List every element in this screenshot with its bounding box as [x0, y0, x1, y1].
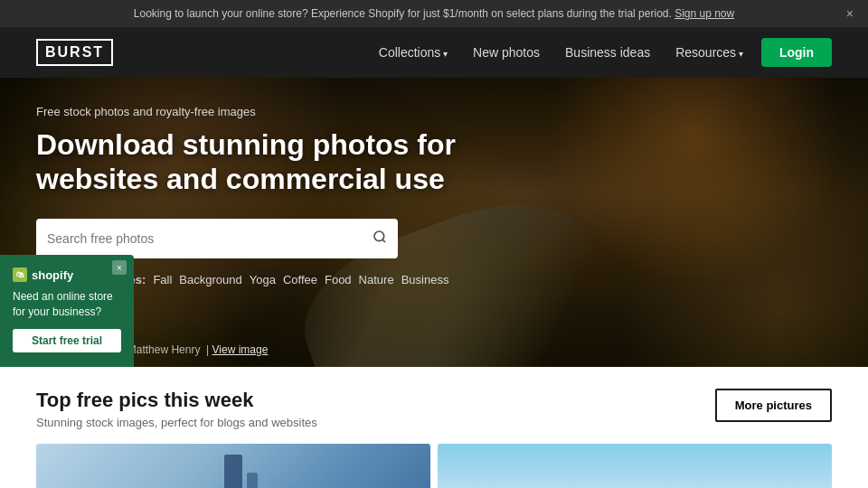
- view-image-link[interactable]: View image: [212, 343, 269, 356]
- search-input[interactable]: [47, 231, 373, 246]
- svg-line-1: [382, 239, 385, 242]
- cat-yoga[interactable]: Yoga: [250, 273, 276, 286]
- cat-business[interactable]: Business: [401, 273, 449, 286]
- nav-business-ideas[interactable]: Business ideas: [565, 45, 650, 60]
- cat-nature[interactable]: Nature: [359, 273, 394, 286]
- shopify-bag-icon: 🛍: [13, 267, 27, 282]
- bottom-text: Top free pics this week Stunning stock i…: [36, 389, 317, 429]
- cat-fall[interactable]: Fall: [153, 273, 172, 286]
- svg-point-0: [374, 231, 384, 241]
- nav-resources[interactable]: Resources: [675, 45, 743, 60]
- bottom-section: Top free pics this week Stunning stock i…: [0, 367, 868, 488]
- bottom-header: Top free pics this week Stunning stock i…: [36, 389, 832, 429]
- popup-close-button[interactable]: ×: [112, 260, 127, 275]
- cat-food[interactable]: Food: [325, 273, 352, 286]
- grid-image-1[interactable]: [36, 444, 430, 488]
- popular-categories: Popular categories: Fall Background Yoga…: [36, 273, 832, 286]
- section-title: Top free pics this week: [36, 389, 317, 412]
- logo[interactable]: BURST: [36, 39, 113, 66]
- grid-image-2[interactable]: [438, 444, 832, 488]
- hero-section: Free stock photos and royalty-free image…: [0, 78, 868, 367]
- popup-tagline: Need an online store for your business?: [13, 289, 121, 320]
- announcement-bar: Looking to launch your online store? Exp…: [0, 0, 868, 27]
- shopify-popup: × 🛍 shopify Need an online store for you…: [0, 255, 134, 367]
- announcement-link[interactable]: Sign up now: [675, 7, 734, 20]
- nav-links: Collections New photos Business ideas Re…: [379, 44, 743, 61]
- section-subtitle: Stunning stock images, perfect for blogs…: [36, 416, 317, 429]
- navbar: BURST Collections New photos Business id…: [0, 27, 868, 78]
- cat-coffee[interactable]: Coffee: [283, 273, 317, 286]
- nav-collections[interactable]: Collections: [379, 45, 448, 60]
- shopify-logo: 🛍 shopify: [13, 267, 121, 282]
- hero-subtitle: Free stock photos and royalty-free image…: [36, 105, 832, 118]
- popup-cta-button[interactable]: Start free trial: [13, 329, 121, 352]
- more-pictures-button[interactable]: More pictures: [715, 389, 832, 422]
- announcement-close-button[interactable]: ×: [846, 7, 854, 20]
- cat-background[interactable]: Background: [179, 273, 241, 286]
- search-button[interactable]: [373, 230, 387, 248]
- announcement-text: Looking to launch your online store? Exp…: [134, 7, 672, 20]
- hero-title: Download stunning photos for websites an…: [36, 127, 542, 197]
- image-grid: [36, 444, 832, 488]
- login-button[interactable]: Login: [761, 38, 832, 67]
- nav-new-photos[interactable]: New photos: [473, 45, 540, 60]
- search-bar: [36, 219, 398, 258]
